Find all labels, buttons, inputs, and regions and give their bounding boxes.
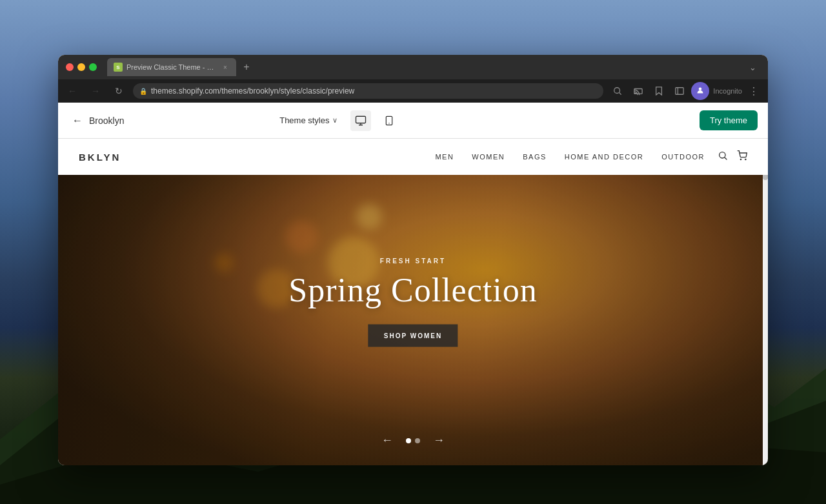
search-nav-icon[interactable] bbox=[718, 150, 728, 163]
brooklyn-hero: BKLYN MEN WOMEN BAGS HOME AND DECOR OUTD… bbox=[58, 139, 768, 465]
brooklyn-menu: MEN WOMEN BAGS HOME AND DECOR OUTDOOR bbox=[435, 153, 705, 161]
shop-name: Brooklyn bbox=[89, 116, 124, 126]
brooklyn-logo: BKLYN bbox=[79, 152, 121, 163]
preview-content: BKLYN MEN WOMEN BAGS HOME AND DECOR OUTD… bbox=[58, 139, 768, 465]
hero-title: Spring Collection bbox=[288, 271, 537, 309]
reload-button[interactable]: ↻ bbox=[110, 82, 128, 100]
browser-tab[interactable]: S Preview Classic Theme - Broo... × bbox=[107, 58, 236, 76]
svg-line-17 bbox=[725, 157, 727, 159]
carousel-next-button[interactable]: → bbox=[428, 428, 450, 452]
cast-icon-button[interactable] bbox=[629, 82, 647, 100]
svg-rect-8 bbox=[676, 88, 683, 95]
lock-icon: 🔒 bbox=[139, 88, 147, 95]
mobile-device-button[interactable] bbox=[379, 110, 399, 131]
carousel-prev-button[interactable]: ← bbox=[376, 428, 398, 452]
carousel-dots bbox=[406, 438, 420, 443]
window-maximize-button[interactable] bbox=[89, 63, 97, 71]
preview-back-button[interactable]: ← bbox=[68, 112, 86, 130]
browser-menu-button[interactable]: ⋮ bbox=[745, 82, 763, 100]
browser-window: S Preview Classic Theme - Broo... × + ⌄ … bbox=[58, 55, 768, 465]
browser-titlebar: S Preview Classic Theme - Broo... × + ⌄ bbox=[58, 55, 768, 79]
back-button[interactable]: ← bbox=[63, 82, 81, 100]
try-theme-button[interactable]: Try theme bbox=[700, 110, 758, 130]
tab-title: Preview Classic Theme - Broo... bbox=[126, 63, 217, 71]
new-tab-button[interactable]: + bbox=[239, 59, 254, 75]
hero-text-block: FRESH START Spring Collection SHOP WOMEN bbox=[288, 257, 537, 347]
window-minimize-button[interactable] bbox=[77, 63, 85, 71]
tab-favicon: S bbox=[114, 63, 123, 72]
theme-styles-label: Theme styles bbox=[279, 116, 329, 125]
menu-item-women[interactable]: WOMEN bbox=[472, 153, 505, 161]
svg-marker-7 bbox=[656, 87, 662, 95]
svg-line-4 bbox=[620, 93, 621, 95]
hero-eyebrow: FRESH START bbox=[288, 257, 537, 265]
bookmark-icon-button[interactable] bbox=[650, 82, 668, 100]
address-bar-actions: Incognito ⋮ bbox=[609, 82, 763, 100]
preview-scrollbar[interactable] bbox=[763, 139, 768, 465]
svg-point-18 bbox=[740, 159, 741, 159]
preview-header-center: Theme styles ∨ bbox=[274, 110, 399, 131]
incognito-label bbox=[696, 86, 704, 96]
window-close-button[interactable] bbox=[66, 63, 74, 71]
svg-point-19 bbox=[745, 159, 746, 159]
window-controls bbox=[66, 63, 97, 71]
cart-nav-icon[interactable] bbox=[737, 150, 747, 163]
brooklyn-navigation: BKLYN MEN WOMEN BAGS HOME AND DECOR OUTD… bbox=[58, 139, 768, 175]
theme-styles-chevron-icon: ∨ bbox=[332, 116, 337, 125]
preview-header: ← Brooklyn Theme styles ∨ Try bbox=[58, 103, 768, 139]
search-icon-button[interactable] bbox=[609, 82, 627, 100]
svg-rect-11 bbox=[356, 116, 365, 123]
carousel-dot-1[interactable] bbox=[406, 438, 411, 443]
address-bar: ← → ↻ 🔒 themes.shopify.com/themes/brookl… bbox=[58, 79, 768, 103]
forward-button[interactable]: → bbox=[86, 82, 105, 100]
profile-button[interactable] bbox=[691, 82, 709, 100]
theme-styles-button[interactable]: Theme styles ∨ bbox=[274, 113, 342, 128]
tab-close-button[interactable]: × bbox=[221, 63, 230, 72]
menu-item-bags[interactable]: BAGS bbox=[523, 153, 547, 161]
tab-menu-button[interactable]: ⌄ bbox=[745, 59, 760, 75]
carousel-dot-2[interactable] bbox=[415, 438, 420, 443]
sidebar-icon-button[interactable] bbox=[670, 82, 689, 100]
carousel-controls: ← → bbox=[58, 428, 768, 452]
menu-item-outdoor[interactable]: OUTDOOR bbox=[661, 153, 705, 161]
svg-point-10 bbox=[699, 88, 702, 91]
incognito-text: Incognito bbox=[713, 87, 742, 95]
url-text: themes.shopify.com/themes/brooklyn/style… bbox=[151, 86, 597, 96]
menu-item-home-decor[interactable]: HOME AND DECOR bbox=[565, 153, 643, 161]
desktop-device-button[interactable] bbox=[350, 110, 371, 131]
url-bar[interactable]: 🔒 themes.shopify.com/themes/brooklyn/sty… bbox=[133, 83, 603, 99]
brooklyn-site: BKLYN MEN WOMEN BAGS HOME AND DECOR OUTD… bbox=[58, 139, 768, 465]
tab-bar: S Preview Classic Theme - Broo... × + ⌄ bbox=[107, 58, 760, 76]
brooklyn-nav-icons bbox=[718, 150, 747, 163]
hero-cta-button[interactable]: SHOP WOMEN bbox=[368, 325, 458, 347]
menu-item-men[interactable]: MEN bbox=[435, 153, 454, 161]
